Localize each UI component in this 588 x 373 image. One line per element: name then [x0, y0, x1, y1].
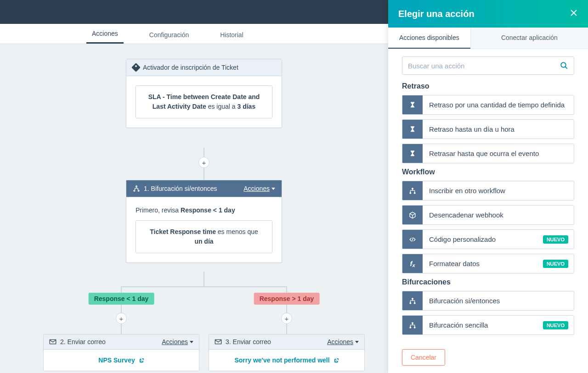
- branch-first-check: Primero, revisa Response < 1 day: [136, 206, 272, 214]
- group-title-retraso: Retraso: [402, 82, 574, 90]
- email-right-actions-label: Acciones: [327, 338, 353, 345]
- branch-chip-yes[interactable]: Response < 1 day: [89, 293, 154, 305]
- panel-header: Elegir una acción: [388, 0, 588, 28]
- branch-cond-field: Ticket Response time: [150, 228, 216, 235]
- search-box[interactable]: [402, 56, 574, 75]
- email-card-right[interactable]: 3. Enviar correo Acciones Sorry we've no…: [209, 334, 365, 371]
- chevron-down-icon: [355, 341, 359, 343]
- tab-acciones[interactable]: Acciones: [86, 24, 124, 44]
- email-right-title: 3. Enviar correo: [226, 338, 271, 345]
- action-label: Inscribir en otro workflow: [423, 181, 574, 200]
- panel-footer: Cancelar: [388, 341, 588, 373]
- tag-icon: [131, 63, 141, 72]
- action-simple-branch[interactable]: Bifurcación sencilla NUEVO: [402, 315, 574, 335]
- panel-tabs: Acciones disponibles Conectar aplicación: [388, 28, 588, 49]
- group-title-workflow: Workflow: [402, 168, 574, 176]
- branch-condition[interactable]: Ticket Response time es menos que un día: [136, 220, 272, 253]
- branch-actions-menu[interactable]: Acciones: [243, 185, 275, 192]
- action-custom-code[interactable]: Código personalizado NUEVO: [402, 229, 574, 249]
- close-button[interactable]: [570, 9, 578, 19]
- mail-icon: [215, 339, 222, 345]
- branch-actions-label: Acciones: [243, 185, 270, 192]
- email-right-link[interactable]: Sorry we've not performed well: [234, 356, 339, 364]
- search-input[interactable]: [408, 62, 560, 70]
- svg-point-5: [410, 302, 411, 304]
- trigger-cond-mid: es igual a: [208, 103, 237, 110]
- svg-point-1: [412, 188, 413, 189]
- code-icon: [402, 230, 423, 249]
- action-label: Formatear datos: [423, 254, 543, 273]
- cancel-button[interactable]: Cancelar: [402, 349, 445, 366]
- action-label: Retrasar hasta que ocurra el evento: [423, 144, 574, 163]
- branch-card-header: 1. Bifurcación si/entonces Acciones: [126, 180, 282, 197]
- action-delay-until-day[interactable]: Retraso hasta un día u hora: [402, 119, 574, 139]
- new-badge: NUEVO: [543, 260, 568, 268]
- new-badge: NUEVO: [543, 321, 568, 329]
- add-action-button[interactable]: +: [116, 313, 127, 324]
- external-link-icon: [139, 358, 144, 363]
- tab-configuracion[interactable]: Configuración: [144, 26, 194, 44]
- branch-cond-mid: es menos que: [218, 228, 258, 235]
- action-label: Retraso por una cantidad de tiempo defin…: [423, 95, 574, 114]
- add-action-button[interactable]: +: [198, 157, 209, 168]
- group-title-bifur: Bifurcaciones: [402, 278, 574, 286]
- action-format-data[interactable]: fx Formatear datos NUEVO: [402, 254, 574, 273]
- close-icon: [570, 9, 578, 17]
- branch-icon: [402, 291, 423, 310]
- action-delay-amount[interactable]: Retraso por una cantidad de tiempo defin…: [402, 95, 574, 115]
- email-left-link[interactable]: NPS Survey: [98, 356, 144, 364]
- add-action-button[interactable]: +: [281, 313, 292, 324]
- action-enroll-workflow[interactable]: Inscribir en otro workflow: [402, 181, 574, 200]
- action-label: Bifurcación si/entonces: [423, 291, 574, 310]
- action-label: Código personalizado: [423, 230, 543, 249]
- svg-point-9: [414, 327, 415, 328]
- action-webhook[interactable]: Desencadenar webhook: [402, 205, 574, 225]
- branch-first-prefix: Primero, revisa: [136, 206, 181, 214]
- workflow-canvas[interactable]: Activador de inscripción de Ticket SLA -…: [0, 44, 388, 373]
- email-card-left-header: 2. Enviar correo Acciones: [44, 334, 199, 350]
- svg-point-3: [414, 192, 415, 194]
- email-left-link-text: NPS Survey: [98, 356, 135, 364]
- action-label: Bifurcación sencilla: [423, 316, 543, 334]
- action-if-then-branch[interactable]: Bifurcación si/entonces: [402, 291, 574, 311]
- action-panel: Elegir una acción Acciones disponibles C…: [388, 0, 588, 373]
- connector-line: [204, 272, 204, 286]
- branch-card[interactable]: 1. Bifurcación si/entonces Acciones Prim…: [126, 180, 282, 263]
- trigger-condition[interactable]: SLA - Time between Create Date and Last …: [136, 85, 272, 118]
- hourglass-icon: [402, 120, 423, 139]
- chevron-down-icon: [190, 341, 193, 343]
- svg-point-2: [410, 192, 411, 194]
- action-label: Retraso hasta un día u hora: [423, 120, 574, 139]
- action-delay-until-event[interactable]: Retrasar hasta que ocurra el evento: [402, 144, 574, 163]
- trigger-title: Activador de inscripción de Ticket: [143, 64, 238, 71]
- trigger-cond-value: 3 días: [237, 103, 255, 110]
- branch-first-bold: Response < 1 day: [181, 206, 235, 214]
- email-right-actions[interactable]: Acciones: [327, 338, 359, 345]
- email-card-left[interactable]: 2. Enviar correo Acciones NPS Survey: [43, 334, 199, 371]
- email-left-title: 2. Enviar correo: [60, 338, 106, 345]
- branch-icon: [402, 181, 423, 200]
- branch-icon: [133, 185, 140, 192]
- hourglass-icon: [402, 144, 423, 163]
- email-left-actions-label: Acciones: [162, 338, 188, 345]
- branch-icon: [402, 316, 423, 334]
- panel-title: Elegir una acción: [398, 9, 475, 19]
- chevron-down-icon: [271, 188, 275, 190]
- new-badge: NUEVO: [543, 235, 568, 244]
- svg-point-7: [412, 323, 413, 324]
- trigger-card-header: Activador de inscripción de Ticket: [126, 59, 282, 76]
- function-icon: fx: [402, 254, 423, 273]
- connector-line: [121, 286, 287, 287]
- email-left-actions[interactable]: Acciones: [162, 338, 193, 345]
- external-link-icon: [334, 358, 339, 363]
- tab-historial[interactable]: Historial: [215, 26, 249, 44]
- hourglass-icon: [402, 95, 423, 114]
- svg-point-6: [414, 302, 415, 304]
- trigger-card[interactable]: Activador de inscripción de Ticket SLA -…: [126, 59, 282, 128]
- panel-tab-connect[interactable]: Conectar aplicación: [470, 28, 588, 49]
- panel-tab-available[interactable]: Acciones disponibles: [388, 28, 470, 49]
- branch-cond-value: un día: [194, 238, 213, 245]
- mail-icon: [49, 339, 57, 345]
- cube-icon: [402, 206, 423, 224]
- branch-chip-no[interactable]: Response > 1 day: [254, 293, 320, 305]
